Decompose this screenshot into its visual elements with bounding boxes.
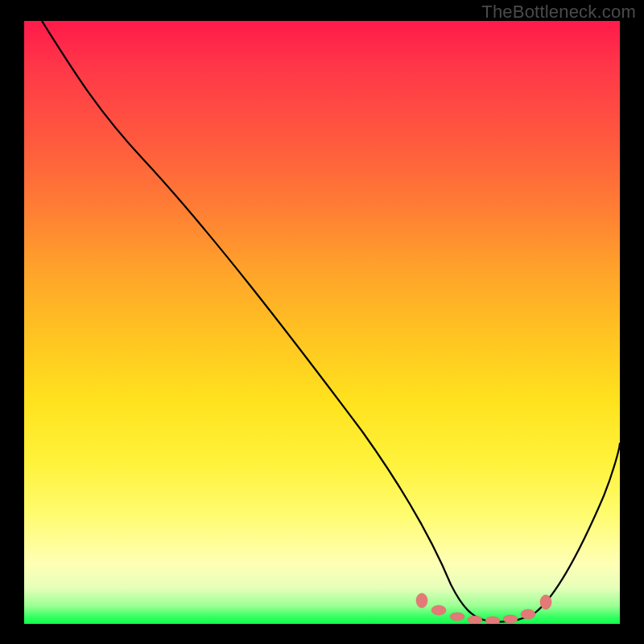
marker-dot [485, 617, 500, 624]
curve-layer [24, 21, 620, 624]
marker-dot [416, 593, 427, 608]
marker-dot [468, 616, 482, 624]
marker-dot [431, 605, 446, 615]
chart-frame: TheBottleneck.com [0, 0, 644, 644]
bottleneck-curve-line [42, 21, 620, 621]
marker-dot [521, 609, 535, 619]
plot-area [24, 21, 620, 624]
marker-dot [540, 595, 551, 609]
marker-dot [503, 615, 518, 623]
watermark-text: TheBottleneck.com [481, 2, 636, 23]
marker-dot [450, 613, 464, 621]
